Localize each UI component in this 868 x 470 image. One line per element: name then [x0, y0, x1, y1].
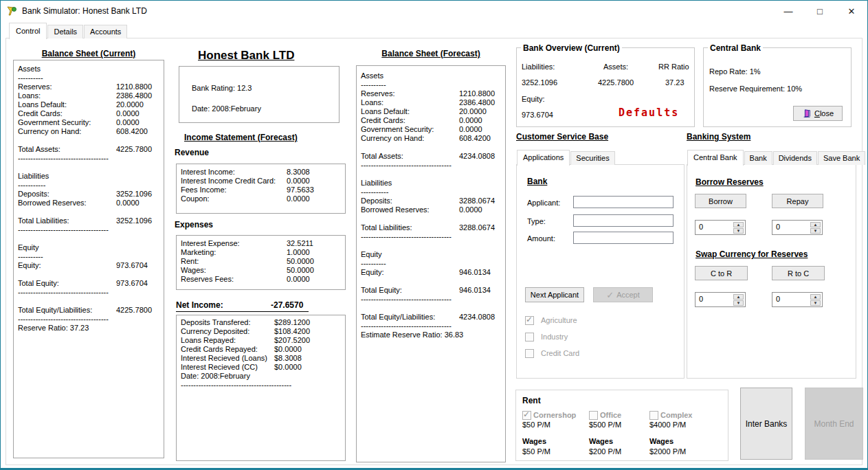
rent-option-label: Complex	[660, 411, 692, 419]
next-applicant-button[interactable]: Next Applicant	[525, 287, 584, 302]
row-value: $289.1200	[274, 318, 310, 326]
liabilities-value: 3252.1096	[522, 78, 557, 87]
inter-banks-button[interactable]: Inter Banks	[740, 388, 792, 460]
row-label: Rent:	[181, 257, 199, 265]
checkbox[interactable]	[522, 411, 531, 420]
balance-row: Government Security: 0.0000	[18, 118, 164, 127]
revenue-panel: Interest Income: 8.3008 Interest Income …	[176, 164, 346, 214]
type-input[interactable]	[573, 214, 674, 227]
applicant-input[interactable]	[573, 196, 674, 208]
row-label: Deposits Transfered:	[181, 318, 251, 326]
accept-button[interactable]: ✓ Accept	[593, 287, 653, 302]
row-label: ------------------------------------	[18, 154, 109, 162]
row-label: Loans Repayed:	[181, 336, 236, 344]
balance-row: ------------------------------------	[18, 315, 164, 324]
borrow-button[interactable]: Borrow	[695, 194, 746, 208]
stepper-down-icon[interactable]: ▼	[810, 300, 821, 306]
tab-securities[interactable]: Securities	[570, 151, 614, 165]
balance-row: ------------------------------------	[361, 322, 505, 331]
minimize-button[interactable]: —	[772, 1, 804, 21]
stepper-up-icon[interactable]: ▲	[733, 222, 744, 227]
repay-amount-stepper[interactable]: 0 ▲▼	[772, 220, 823, 235]
net-detail-row: Deposits Transfered: $289.1200	[181, 318, 345, 327]
stepper-down-icon[interactable]: ▼	[733, 300, 744, 306]
close-window-button[interactable]: ✕	[836, 1, 867, 21]
stepper-value: 0	[776, 295, 780, 303]
row-value: 3252.1096	[116, 216, 152, 225]
tab-details[interactable]: Details	[47, 25, 83, 38]
row-label: Borrowed Reserves:	[18, 199, 87, 207]
tab-central-bank[interactable]: Central Bank	[687, 150, 744, 166]
app-logo-icon	[6, 5, 17, 16]
stepper-up-icon[interactable]: ▲	[810, 294, 821, 300]
rent-option: Cornershop	[522, 410, 589, 421]
revenue-row: Interest Income: 8.3008	[181, 168, 345, 177]
ctor-amount-stepper[interactable]: 0 ▲▼	[695, 292, 746, 307]
rtoc-amount-stepper[interactable]: 0 ▲▼	[772, 292, 823, 307]
balance-row: ----------	[361, 80, 505, 89]
rent-option-label: Office	[600, 411, 621, 419]
balance-row: Assets	[361, 71, 505, 80]
amount-input[interactable]	[573, 232, 674, 244]
row-label: Total Assets:	[18, 145, 60, 153]
row-value: 0.0000	[287, 275, 310, 283]
borrow-amount-stepper[interactable]: 0 ▲▼	[695, 220, 746, 235]
row-value: 946.0134	[459, 268, 491, 276]
balance-row: Total Equity/Liabilities: 4225.7800	[18, 306, 164, 315]
rr-ratio-value: 37.23	[665, 78, 685, 87]
row-label: ----------	[18, 252, 43, 260]
row-label: ------------------------------------	[18, 225, 109, 234]
row-label: ------------------------------------	[361, 322, 452, 330]
month-end-button[interactable]: Month End	[805, 388, 863, 460]
tab-dividends[interactable]: Dividends	[773, 151, 817, 165]
row-label: ------------------------------------	[18, 315, 109, 323]
currency-to-reserves-button[interactable]: C to R	[695, 266, 748, 280]
row-label: Total Equity/Liabilities:	[18, 306, 92, 314]
swap-currency-heading: Swap Currency for Reserves	[695, 249, 808, 259]
balance-row: Assets	[18, 65, 164, 74]
stepper-value: 0	[776, 223, 780, 231]
balance-row: Total Equity: 946.0134	[361, 286, 505, 295]
row-value: 1210.8800	[459, 89, 495, 98]
balance-row: Borrowed Reserves: 0.0000	[361, 205, 505, 214]
balance-row: Deposits: 3252.1096	[18, 190, 164, 199]
banking-system-tabstrip: Central Bank Bank Dividends Save Bank	[687, 149, 866, 165]
type-label: Type:	[527, 217, 546, 225]
checkbox[interactable]	[589, 411, 598, 420]
checkbox[interactable]	[649, 411, 658, 420]
row-value: 0.0000	[116, 199, 140, 207]
balance-row	[18, 297, 164, 306]
row-label: Total Equity:	[361, 286, 402, 294]
tab-bank[interactable]: Bank	[744, 151, 772, 165]
stepper-value: 0	[699, 295, 703, 303]
row-value: 8.3008	[287, 168, 310, 176]
balance-row: Reserves: 1210.8800	[361, 89, 505, 98]
checkbox[interactable]	[525, 349, 534, 358]
stepper-down-icon[interactable]: ▼	[810, 228, 821, 234]
stepper-up-icon[interactable]: ▲	[733, 294, 744, 300]
tab-save-bank[interactable]: Save Bank	[818, 151, 865, 165]
defaults-alert-text: Defaults	[619, 107, 679, 119]
tab-control[interactable]: Control	[9, 23, 47, 39]
close-bank-button[interactable]: Close	[793, 106, 843, 121]
row-label: Government Security:	[18, 118, 91, 126]
bank-info-panel: Bank Rating: 12.3 Date: 2008:February	[179, 66, 340, 123]
balance-row: Loans Default: 20.0000	[18, 100, 164, 109]
checkbox[interactable]	[525, 333, 534, 342]
row-label: Liabilities	[18, 172, 49, 180]
row-value: 0.0000	[459, 116, 482, 124]
bank-rating-text: Bank Rating: 12.3	[192, 84, 252, 92]
checkbox[interactable]	[525, 316, 534, 325]
repay-button[interactable]: Repay	[772, 194, 823, 208]
balance-forecast-rows: Assets ---------- Reserves: 1210.8800 Lo…	[361, 71, 505, 339]
expenses-heading: Expenses	[175, 220, 213, 230]
stepper-down-icon[interactable]: ▼	[733, 228, 744, 234]
reserves-to-currency-button[interactable]: R to C	[772, 266, 825, 280]
balance-row: Borrowed Reserves: 0.0000	[18, 199, 164, 208]
tab-accounts[interactable]: Accounts	[84, 25, 127, 38]
stepper-up-icon[interactable]: ▲	[810, 222, 821, 227]
tab-applications[interactable]: Applications	[517, 150, 570, 166]
maximize-button[interactable]: □	[804, 1, 836, 21]
expense-row: Rent: 50.0000	[181, 257, 345, 266]
row-value: 973.6704	[116, 261, 148, 269]
